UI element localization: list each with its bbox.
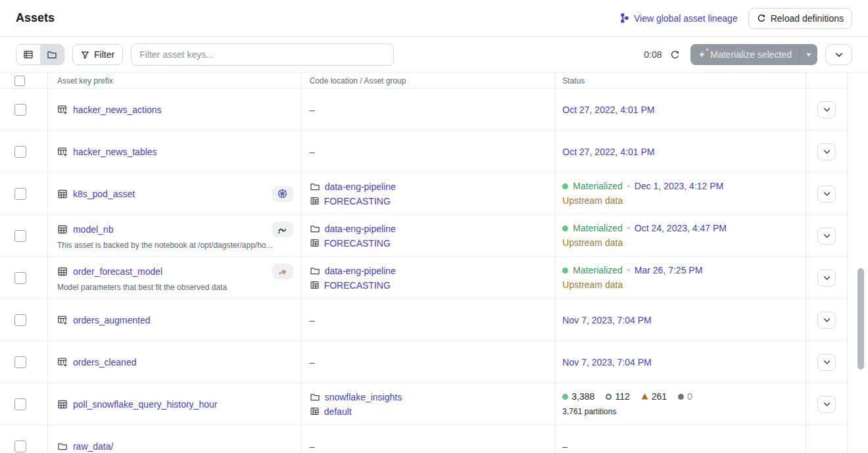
compute-kind-badge [272, 264, 293, 279]
row-expand-button[interactable] [817, 354, 836, 371]
materialized-dot-icon [562, 226, 568, 231]
materialize-selected-button[interactable]: ✦✦ Materialize selected [690, 44, 800, 65]
partition-count: 112 [606, 391, 629, 402]
asset-key-link[interactable]: orders_cleaned [73, 357, 137, 368]
row-checkbox-cell [0, 299, 47, 341]
asset-plus-icon [57, 147, 68, 157]
column-header-asset-key-prefix: Asset key prefix [57, 76, 293, 85]
group-icon [310, 406, 320, 416]
vertical-scrollbar-thumb[interactable] [857, 268, 864, 370]
triangle [641, 393, 648, 400]
row-checkbox[interactable] [14, 188, 26, 200]
folder-icon [310, 392, 320, 402]
asset-key-link[interactable]: raw_data/ [73, 441, 113, 452]
asset-key-filter-input[interactable] [131, 43, 394, 66]
separator-dot [627, 269, 630, 272]
reload-definitions-button[interactable]: Reload definitions [748, 8, 852, 29]
partition-count: 0 [678, 391, 692, 402]
asset-key-link[interactable]: model_nb [73, 224, 114, 235]
filter-button[interactable]: Filter [72, 44, 123, 65]
asset-group-link[interactable]: FORECASTING [324, 196, 391, 206]
folder-icon [57, 441, 68, 452]
asset-key-link[interactable]: k8s_pod_asset [73, 189, 135, 199]
row-checkbox[interactable] [14, 272, 26, 284]
partition-count: 261 [641, 391, 667, 402]
row-checkbox-cell [0, 383, 47, 425]
jupyter-icon [277, 267, 288, 277]
table-row: raw_data/–– [0, 425, 847, 453]
materialization-time-link[interactable]: Nov 7, 2023, 7:04 PM [562, 315, 806, 325]
row-checkbox[interactable] [14, 230, 26, 242]
asset-key-cell: orders_augmented [47, 299, 301, 341]
reload-icon [757, 14, 766, 23]
view-global-asset-lineage-link[interactable]: View global asset lineage [620, 13, 738, 24]
assets-table: Asset key prefix Code location / Asset g… [0, 73, 848, 453]
materialization-time-link[interactable]: Dec 1, 2023, 4:12 PM [635, 181, 723, 191]
partition-success-dot-icon [562, 394, 568, 400]
folder-view-toggle[interactable] [40, 45, 64, 64]
row-checkbox[interactable] [14, 441, 26, 452]
asset-group-link[interactable]: FORECASTING [324, 238, 391, 249]
row-checkbox[interactable] [14, 104, 26, 116]
asset-key-cell: hacker_news_actions [47, 89, 301, 130]
row-expand-button[interactable] [817, 185, 836, 203]
select-all-checkbox[interactable] [14, 76, 25, 86]
materialization-time-link[interactable]: Mar 26, 7:25 PM [635, 265, 703, 275]
compute-kind-badge [272, 186, 293, 202]
row-checkbox[interactable] [14, 314, 26, 326]
upstream-data-label: Upstream data [562, 237, 623, 248]
materialize-split-button: ✦✦ Materialize selected [690, 44, 817, 65]
row-expand-button[interactable] [817, 227, 836, 245]
materialized-label: Materialized [573, 181, 622, 191]
filter-funnel-icon [81, 51, 89, 59]
filter-button-label: Filter [94, 49, 114, 60]
materialization-time-link[interactable]: Oct 27, 2022, 4:01 PM [562, 147, 806, 157]
lineage-icon [620, 13, 630, 23]
code-location-link[interactable]: data-eng-pipeline [325, 224, 396, 234]
code-location-link[interactable]: data-eng-pipeline [325, 181, 396, 192]
row-expand-button[interactable] [817, 396, 836, 413]
materialization-time-link[interactable]: Nov 7, 2023, 7:04 PM [562, 357, 806, 368]
table-row: poll_snowflake_query_history_hoursnowfla… [0, 383, 847, 425]
no-location-dash: – [310, 315, 556, 325]
reload-button-label: Reload definitions [771, 13, 844, 24]
chevron-down-icon [823, 149, 831, 155]
asset-key-cell: orders_cleaned [47, 341, 301, 383]
row-expand-button[interactable] [817, 270, 836, 287]
materialization-time-link[interactable]: Oct 27, 2022, 4:01 PM [562, 105, 806, 115]
asset-key-link[interactable]: poll_snowflake_query_history_hour [73, 399, 217, 410]
row-checkbox[interactable] [14, 356, 26, 368]
row-expand-button[interactable] [817, 143, 836, 160]
row-checkbox[interactable] [14, 146, 26, 158]
partition-ring-icon [606, 394, 612, 400]
asset-group-link[interactable]: default [324, 406, 352, 417]
asset-key-cell: order_forecast_modelModel parameters tha… [47, 257, 301, 298]
asset-key-link[interactable]: hacker_news_tables [73, 147, 157, 157]
collapse-panel-button[interactable] [825, 44, 852, 65]
materialize-dropdown-toggle[interactable] [800, 44, 817, 65]
status-cell: MaterializedMar 26, 7:25 PMUpstream data [555, 257, 806, 298]
code-location-cell: data-eng-pipelineFORECASTING [301, 215, 556, 256]
materialized-label: Materialized [573, 223, 622, 233]
code-location-link[interactable]: snowflake_insights [325, 392, 402, 402]
table-header-row: Asset key prefix Code location / Asset g… [0, 73, 847, 89]
materialized-label: Materialized [573, 265, 622, 275]
code-location-link[interactable]: data-eng-pipeline [325, 266, 396, 276]
row-checkbox-cell [0, 89, 47, 130]
row-checkbox[interactable] [14, 398, 26, 410]
asset-key-link[interactable]: order_forecast_model [73, 266, 162, 277]
list-view-toggle[interactable] [16, 45, 40, 64]
code-location-cell: data-eng-pipelineFORECASTING [301, 173, 556, 214]
materialization-time-link[interactable]: Oct 24, 2023, 4:47 PM [635, 223, 727, 233]
row-actions-cell [806, 383, 847, 425]
refresh-icon[interactable] [670, 50, 680, 60]
folder-icon [310, 224, 320, 234]
asset-key-link[interactable]: orders_augmented [73, 315, 151, 325]
table-row: hacker_news_tables–Oct 27, 2022, 4:01 PM [0, 131, 847, 173]
row-expand-button[interactable] [817, 312, 836, 329]
table-row: order_forecast_modelModel parameters tha… [0, 257, 847, 299]
asset-key-link[interactable]: hacker_news_actions [73, 105, 162, 115]
asset-group-link[interactable]: FORECASTING [324, 280, 391, 291]
row-actions-cell [806, 299, 847, 341]
row-expand-button[interactable] [817, 101, 836, 118]
